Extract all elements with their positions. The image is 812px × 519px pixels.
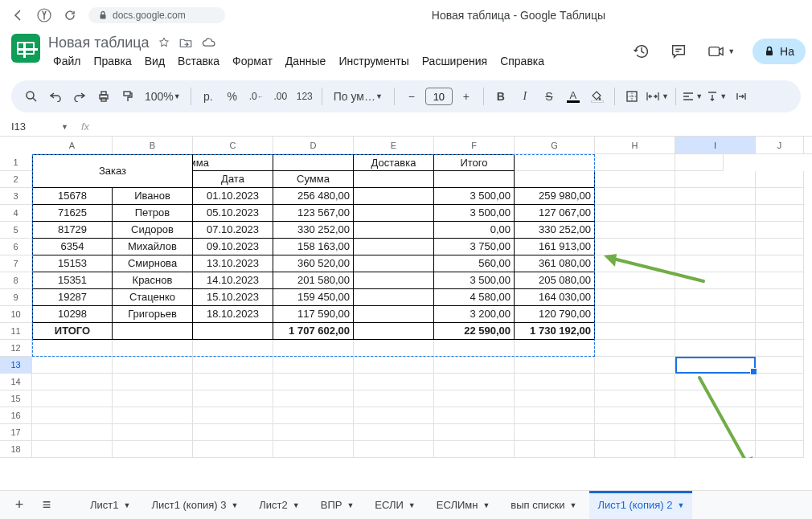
doc-bar: Новая таблица Файл Правка Вид Вставка Фо…	[0, 31, 812, 76]
sheet-tab[interactable]: ВПР▼	[313, 491, 363, 520]
name-box[interactable]: I13	[5, 121, 53, 133]
col-header[interactable]: F	[434, 137, 515, 153]
increase-decimal-icon[interactable]: .00	[270, 86, 291, 107]
menu-file[interactable]: Файл	[48, 53, 85, 69]
italic-button[interactable]: I	[515, 86, 535, 107]
back-icon[interactable]	[11, 8, 26, 22]
font-size-dec[interactable]: −	[401, 86, 422, 107]
star-icon[interactable]	[158, 36, 170, 49]
wrap-button[interactable]	[731, 86, 752, 107]
browser-bar: docs.google.com Новая таблица - Google Т…	[0, 0, 812, 31]
font-size-inc[interactable]: +	[456, 86, 477, 107]
share-button[interactable]: На	[753, 39, 806, 64]
cells-area[interactable]: Заказ Заказ Сумма Доставка Итого Дата Су…	[32, 154, 804, 458]
sheet-tab-bar: + ≡ Лист1▼ Лист1 (копия) 3▼ Лист2▼ ВПР▼ …	[0, 490, 812, 519]
borders-button[interactable]	[621, 86, 642, 107]
align-button[interactable]: ▼	[683, 86, 703, 107]
col-header[interactable]: D	[273, 137, 354, 153]
undo-icon[interactable]	[45, 86, 66, 107]
move-to-folder-icon[interactable]	[178, 36, 193, 49]
menu-insert[interactable]: Вставка	[173, 53, 224, 69]
fx-icon: fx	[81, 121, 89, 133]
history-icon[interactable]	[630, 40, 653, 63]
menu-help[interactable]: Справка	[495, 53, 549, 69]
toolbar: 100% ▼ р. % .0← .00 123 По ум… ▼ − 10 + …	[11, 80, 801, 112]
browser-page-title: Новая таблица - Google Таблицы	[236, 9, 801, 22]
svg-rect-8	[124, 92, 130, 96]
svg-rect-2	[709, 47, 720, 56]
add-sheet-button[interactable]: +	[8, 494, 31, 517]
svg-rect-1	[100, 14, 106, 19]
sheet-tab[interactable]: Лист1▼	[82, 491, 138, 520]
comment-icon[interactable]	[667, 40, 690, 63]
cloud-status-icon[interactable]	[201, 37, 217, 48]
valign-button[interactable]: ▼	[707, 86, 728, 107]
merge-button[interactable]: ▼	[646, 86, 669, 107]
col-header[interactable]: H	[595, 137, 675, 153]
sheet-tab[interactable]: Лист2▼	[251, 491, 307, 520]
col-header[interactable]: G	[515, 137, 595, 153]
col-header[interactable]: C	[193, 137, 273, 153]
decrease-decimal-icon[interactable]: .0←	[246, 86, 267, 107]
grid[interactable]: A B C D E F G H I J 12 34 56 78 910 1112…	[0, 137, 812, 458]
paint-format-icon[interactable]	[117, 86, 138, 107]
all-sheets-button[interactable]: ≡	[35, 494, 58, 517]
svg-point-4	[27, 92, 34, 99]
share-label: На	[780, 45, 794, 58]
font-select[interactable]: По ум… ▼	[329, 86, 388, 107]
redo-icon[interactable]	[69, 86, 90, 107]
col-header[interactable]: I	[675, 137, 756, 153]
currency-button[interactable]: р.	[198, 86, 219, 107]
menu-tools[interactable]: Инструменты	[334, 53, 413, 69]
namebox-caret-icon[interactable]: ▼	[61, 123, 68, 131]
sheet-tab-active[interactable]: Лист1 (копия) 2▼	[589, 491, 692, 520]
url-host: docs.google.com	[113, 10, 186, 21]
yandex-icon[interactable]	[37, 8, 51, 22]
menu-edit[interactable]: Правка	[88, 53, 136, 69]
formula-bar: I13 ▼ fx	[0, 117, 812, 137]
print-icon[interactable]	[93, 86, 114, 107]
svg-rect-7	[101, 98, 106, 101]
text-color-button[interactable]: A	[563, 86, 584, 107]
bold-button[interactable]: B	[490, 86, 511, 107]
sheets-logo[interactable]	[11, 34, 40, 63]
col-header[interactable]: E	[354, 137, 434, 153]
col-header[interactable]: B	[113, 137, 193, 153]
col-header[interactable]: A	[32, 137, 113, 153]
column-headers[interactable]: A B C D E F G H I J	[32, 137, 812, 154]
fill-color-button[interactable]	[587, 86, 608, 107]
menu-bar: Файл Правка Вид Вставка Формат Данные Ин…	[48, 53, 549, 69]
svg-rect-6	[101, 92, 106, 95]
col-header[interactable]: J	[756, 137, 804, 153]
row-headers[interactable]: 12 34 56 78 910 1112 1314 1516 1718	[0, 154, 32, 458]
search-icon[interactable]	[21, 86, 42, 107]
sheet-tab[interactable]: вып списки▼	[502, 491, 584, 520]
percent-button[interactable]: %	[222, 86, 243, 107]
menu-view[interactable]: Вид	[140, 53, 170, 69]
svg-rect-3	[766, 51, 773, 55]
format-123-button[interactable]: 123	[294, 86, 315, 107]
font-size-input[interactable]: 10	[425, 88, 453, 105]
url-box[interactable]: docs.google.com	[88, 7, 225, 23]
zoom-select[interactable]: 100% ▼	[141, 86, 184, 107]
meet-icon[interactable]: ▼	[704, 40, 738, 63]
strike-button[interactable]: S	[539, 86, 560, 107]
sheet-tab[interactable]: Лист1 (копия) 3▼	[143, 491, 246, 520]
sheet-tab[interactable]: ЕСЛИмн▼	[429, 491, 498, 520]
reload-icon[interactable]	[63, 8, 77, 22]
doc-title[interactable]: Новая таблица	[48, 35, 150, 51]
lock-icon	[98, 10, 108, 20]
menu-data[interactable]: Данные	[281, 53, 331, 69]
menu-format[interactable]: Формат	[228, 53, 277, 69]
menu-extensions[interactable]: Расширения	[417, 53, 492, 69]
sheet-tab[interactable]: ЕСЛИ▼	[367, 491, 423, 520]
lock-icon	[764, 46, 775, 57]
